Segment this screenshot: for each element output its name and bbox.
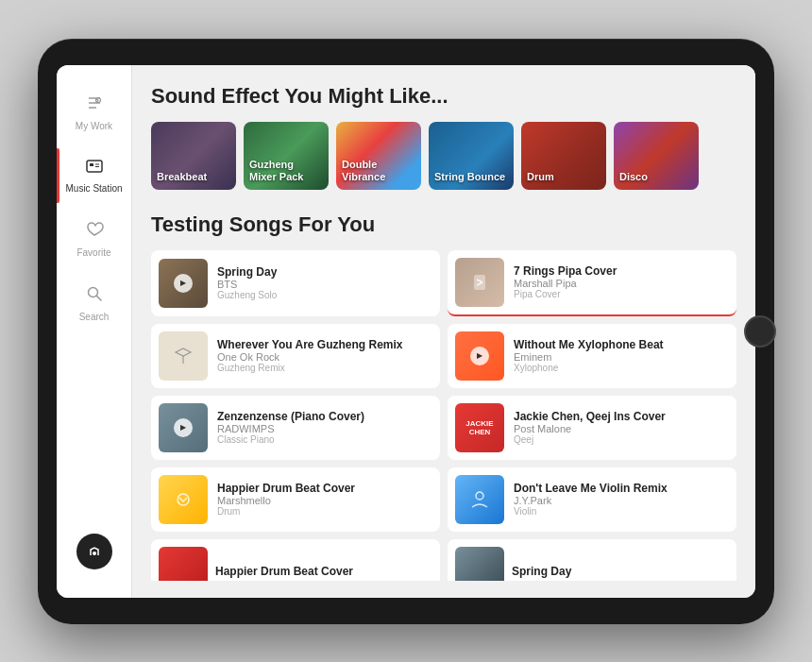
sidebar-item-my-work[interactable]: My Work xyxy=(57,84,131,141)
sound-card-breakbeat[interactable]: Breakbeat xyxy=(151,122,236,190)
song-artist-spring-day: BTS xyxy=(217,279,432,290)
sound-card-label-disco: Disco xyxy=(619,171,648,183)
sound-card-label-guzheng: Guzheng Mixer Pack xyxy=(249,159,323,183)
song-thumb-partial-1 xyxy=(159,547,208,581)
song-genre-without-me: Xylophone xyxy=(514,363,729,373)
song-title-dont-leave: Don't Leave Me Violin Remix xyxy=(514,482,729,495)
sound-card-label-breakbeat: Breakbeat xyxy=(157,171,207,183)
song-thumb-dont-leave xyxy=(455,475,504,524)
song-info-7-rings: 7 Rings Pipa Cover Marshall Pipa Pipa Co… xyxy=(514,264,729,299)
song-thumb-zenzenzense: ▶ xyxy=(159,403,208,452)
song-title-spring-day: Spring Day xyxy=(217,265,432,279)
song-title-zenzenzense: Zenzenzense (Piano Cover) xyxy=(217,410,432,423)
song-item-zenzenzense[interactable]: ▶ Zenzenzense (Piano Cover) RADWIMPS Cla… xyxy=(151,396,440,460)
svg-rect-4 xyxy=(87,161,102,172)
svg-rect-12 xyxy=(474,275,485,290)
sound-card-label-string-bounce: String Bounce xyxy=(434,171,505,183)
svg-point-11 xyxy=(93,552,96,555)
svg-rect-5 xyxy=(90,163,93,166)
song-genre-wherever: Guzheng Remix xyxy=(217,363,432,373)
song-item-partial-1[interactable]: Happier Drum Beat Cover xyxy=(151,539,440,581)
ipad-frame: My Work Music Station xyxy=(38,39,774,624)
sound-card-label-double-vibrance: Double Vibrance xyxy=(342,159,415,183)
sidebar-label-favorite: Favorite xyxy=(76,247,110,258)
search-icon xyxy=(85,284,104,308)
play-icon-spring-day: ▶ xyxy=(174,274,193,293)
song-thumb-jackie-chen: JACKIE CHEN xyxy=(455,403,504,452)
favorite-icon xyxy=(85,220,104,244)
song-artist-happier: Marshmello xyxy=(217,495,432,506)
sidebar-label-search: Search xyxy=(79,312,110,322)
song-artist-wherever: One Ok Rock xyxy=(217,351,432,363)
sound-card-guzheng[interactable]: Guzheng Mixer Pack xyxy=(244,122,329,190)
song-item-partial-2[interactable]: Spring Day xyxy=(448,539,736,581)
song-item-jackie-chen[interactable]: JACKIE CHEN Jackie Chen, Qeej Ins Cover … xyxy=(448,396,736,460)
svg-line-9 xyxy=(96,296,101,300)
svg-point-17 xyxy=(476,492,483,500)
song-item-without-me[interactable]: ▶ Without Me Xylophone Beat Eminem Xylop… xyxy=(448,324,736,388)
sound-card-string-bounce[interactable]: String Bounce xyxy=(429,122,514,190)
song-title-happier: Happier Drum Beat Cover xyxy=(217,482,432,495)
song-genre-jackie-chen: Qeej xyxy=(514,434,729,445)
sidebar-label-music-station: Music Station xyxy=(65,183,122,194)
sidebar: My Work Music Station xyxy=(57,65,132,598)
partial-songs-row: Happier Drum Beat Cover Spring Day xyxy=(151,539,736,581)
song-info-happier: Happier Drum Beat Cover Marshmello Drum xyxy=(217,482,432,517)
play-icon-zenzenzense: ▶ xyxy=(174,418,193,437)
sidebar-item-search[interactable]: Search xyxy=(57,275,131,331)
song-thumb-7-rings xyxy=(455,258,504,307)
play-icon-without-me: ▶ xyxy=(470,347,489,365)
song-info-spring-day: Spring Day BTS Guzheng Solo xyxy=(217,265,432,300)
song-title-partial-2: Spring Day xyxy=(512,565,729,578)
song-genre-spring-day: Guzheng Solo xyxy=(217,290,432,300)
song-title-partial-1: Happier Drum Beat Cover xyxy=(215,565,432,578)
sound-card-drum[interactable]: Drum xyxy=(521,122,606,190)
home-button[interactable] xyxy=(744,315,776,348)
sound-card-label-drum: Drum xyxy=(527,171,554,183)
song-thumb-without-me: ▶ xyxy=(455,331,504,381)
song-info-dont-leave: Don't Leave Me Violin Remix J.Y.Park Vio… xyxy=(514,482,729,517)
song-thumb-wherever xyxy=(159,331,208,381)
sidebar-logo xyxy=(76,534,112,569)
song-item-spring-day[interactable]: ▶ Spring Day BTS Guzheng Solo xyxy=(151,250,440,316)
song-thumb-happier xyxy=(159,475,208,524)
song-artist-without-me: Eminem xyxy=(514,351,729,363)
ipad-screen: My Work Music Station xyxy=(57,65,755,598)
my-work-icon xyxy=(85,93,104,117)
sound-card-disco[interactable]: Disco xyxy=(614,122,699,190)
music-station-icon xyxy=(85,158,104,179)
song-item-happier[interactable]: Happier Drum Beat Cover Marshmello Drum xyxy=(151,467,440,532)
song-info-zenzenzense: Zenzenzense (Piano Cover) RADWIMPS Class… xyxy=(217,410,432,445)
songs-title: Testing Songs For You xyxy=(151,212,736,237)
song-info-partial-2: Spring Day xyxy=(512,565,729,578)
song-genre-happier: Drum xyxy=(217,506,432,517)
song-info-jackie-chen: Jackie Chen, Qeej Ins Cover Post Malone … xyxy=(514,410,729,445)
sound-card-double-vibrance[interactable]: Double Vibrance xyxy=(336,122,421,190)
sidebar-item-favorite[interactable]: Favorite xyxy=(57,211,131,267)
song-artist-jackie-chen: Post Malone xyxy=(514,423,729,434)
logo xyxy=(76,534,112,569)
song-item-wherever[interactable]: Wherever You Are Guzheng Remix One Ok Ro… xyxy=(151,324,440,388)
song-thumb-partial-2 xyxy=(455,547,504,581)
song-item-7-rings[interactable]: 7 Rings Pipa Cover Marshall Pipa Pipa Co… xyxy=(448,250,736,316)
main-content: Sound Effect You Might Like... Breakbeat… xyxy=(132,65,755,598)
song-info-without-me: Without Me Xylophone Beat Eminem Xylopho… xyxy=(514,338,729,373)
sound-effects-title: Sound Effect You Might Like... xyxy=(151,84,736,109)
sound-effects-row: Breakbeat Guzheng Mixer Pack Double Vibr… xyxy=(151,122,736,190)
song-title-7-rings: 7 Rings Pipa Cover xyxy=(514,264,729,278)
sidebar-label-my-work: My Work xyxy=(76,121,112,131)
song-genre-dont-leave: Violin xyxy=(514,506,729,517)
song-genre-7-rings: Pipa Cover xyxy=(514,289,729,299)
song-artist-zenzenzense: RADWIMPS xyxy=(217,423,432,434)
song-artist-dont-leave: J.Y.Park xyxy=(514,495,729,506)
song-title-without-me: Without Me Xylophone Beat xyxy=(514,338,729,351)
sidebar-item-music-station[interactable]: Music Station xyxy=(57,148,131,203)
songs-grid: ▶ Spring Day BTS Guzheng Solo 7 Rings Pi… xyxy=(151,250,736,532)
song-item-dont-leave[interactable]: Don't Leave Me Violin Remix J.Y.Park Vio… xyxy=(448,467,736,532)
song-title-jackie-chen: Jackie Chen, Qeej Ins Cover xyxy=(514,410,729,423)
song-artist-7-rings: Marshall Pipa xyxy=(514,278,729,289)
song-title-wherever: Wherever You Are Guzheng Remix xyxy=(217,338,432,351)
song-genre-zenzenzense: Classic Piano xyxy=(217,434,432,445)
song-info-wherever: Wherever You Are Guzheng Remix One Ok Ro… xyxy=(217,338,432,373)
svg-point-16 xyxy=(178,494,189,505)
